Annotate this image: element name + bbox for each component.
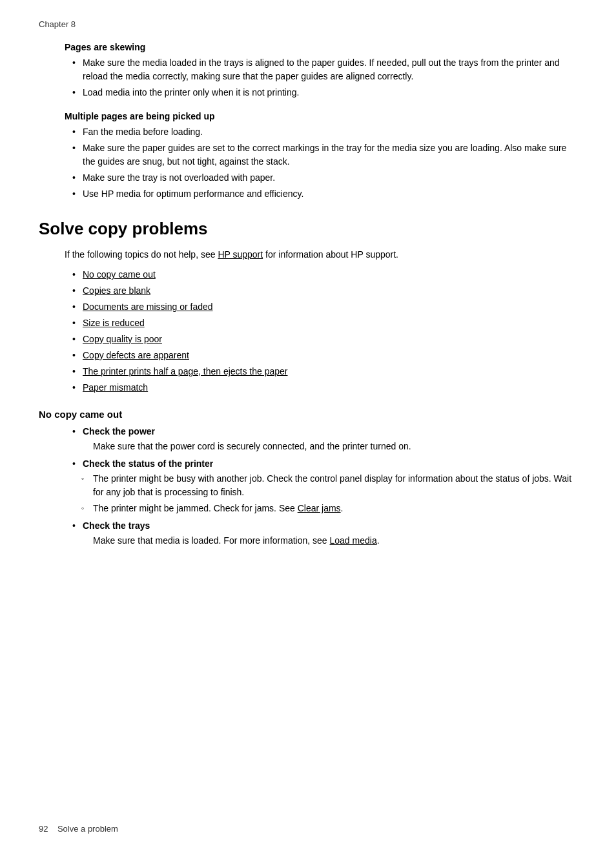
pages-skewing-heading: Pages are skewing xyxy=(65,42,577,52)
documents-missing-link[interactable]: Documents are missing or faded xyxy=(83,302,213,312)
no-copy-heading: No copy came out xyxy=(39,409,577,420)
intro-before-link: If the following topics do not help, see xyxy=(65,249,218,260)
list-item: Size is reduced xyxy=(65,316,577,330)
intro-after-link: for information about HP support. xyxy=(263,249,398,260)
list-item: Load media into the printer only when it… xyxy=(65,86,577,99)
paper-mismatch-link[interactable]: Paper mismatch xyxy=(83,382,148,393)
page-number: 92 xyxy=(39,824,48,834)
list-item: The printer might be busy with another j… xyxy=(65,472,577,499)
jammed-after-link: . xyxy=(341,503,344,513)
printer-half-page-link[interactable]: The printer prints half a page, then eje… xyxy=(83,366,288,376)
intro-section: If the following topics do not help, see… xyxy=(39,248,577,395)
clear-jams-link[interactable]: Clear jams xyxy=(298,503,341,513)
pages-skewing-list: Make sure the media loaded in the trays … xyxy=(65,56,577,99)
check-power-text: Make sure that the power cord is securel… xyxy=(65,440,577,453)
copy-defects-link[interactable]: Copy defects are apparent xyxy=(83,350,189,360)
copies-are-blank-link[interactable]: Copies are blank xyxy=(83,285,150,296)
check-power-label: Check the power xyxy=(83,426,155,437)
page-footer: 92 Solve a problem xyxy=(39,824,118,834)
copy-quality-link[interactable]: Copy quality is poor xyxy=(83,334,162,344)
list-item: No copy came out xyxy=(65,268,577,282)
check-status-label: Check the status of the printer xyxy=(83,458,213,469)
multiple-pages-section: Multiple pages are being picked up Fan t… xyxy=(65,111,577,201)
multiple-pages-list: Fan the media before loading. Make sure … xyxy=(65,125,577,201)
no-copy-content: Check the power Make sure that the power… xyxy=(39,425,577,548)
list-item: Copies are blank xyxy=(65,284,577,298)
jammed-before-link: The printer might be jammed. Check for j… xyxy=(93,503,298,513)
footer-text: Solve a problem xyxy=(57,824,118,834)
check-trays-item: Check the trays xyxy=(65,519,577,533)
no-copy-came-out-section: No copy came out Check the power Make su… xyxy=(39,409,577,548)
topics-list: No copy came out Copies are blank Docume… xyxy=(65,268,577,395)
list-item: Fan the media before loading. xyxy=(65,125,577,139)
list-item: Copy quality is poor xyxy=(65,333,577,346)
list-item: Make sure the media loaded in the trays … xyxy=(65,56,577,83)
load-media-link[interactable]: Load media xyxy=(330,535,377,546)
check-status-nested: The printer might be busy with another j… xyxy=(65,472,577,515)
pages-skewing-section: Pages are skewing Make sure the media lo… xyxy=(65,42,577,99)
intro-paragraph: If the following topics do not help, see… xyxy=(65,248,577,262)
check-status-item: Check the status of the printer xyxy=(65,457,577,471)
list-item: The printer might be jammed. Check for j… xyxy=(65,502,577,515)
check-trays-text: Make sure that media is loaded. For more… xyxy=(65,534,577,548)
chapter-label: Chapter 8 xyxy=(39,19,577,29)
multiple-pages-heading: Multiple pages are being picked up xyxy=(65,111,577,121)
list-item: Paper mismatch xyxy=(65,381,577,395)
list-item: Use HP media for optimum performance and… xyxy=(65,187,577,201)
no-copy-came-out-link[interactable]: No copy came out xyxy=(83,269,156,280)
trays-before-link: Make sure that media is loaded. For more… xyxy=(93,535,330,546)
trays-after-link: . xyxy=(377,535,380,546)
check-trays-label: Check the trays xyxy=(83,520,150,531)
list-item: Documents are missing or faded xyxy=(65,300,577,314)
list-item: Copy defects are apparent xyxy=(65,349,577,362)
check-power-item: Check the power xyxy=(65,425,577,438)
list-item: The printer prints half a page, then eje… xyxy=(65,365,577,378)
pre-sections: Pages are skewing Make sure the media lo… xyxy=(39,42,577,201)
main-heading: Solve copy problems xyxy=(39,219,577,239)
hp-support-link[interactable]: HP support xyxy=(218,249,263,260)
list-item: Make sure the tray is not overloaded wit… xyxy=(65,171,577,185)
size-reduced-link[interactable]: Size is reduced xyxy=(83,318,145,328)
list-item: Make sure the paper guides are set to th… xyxy=(65,141,577,169)
